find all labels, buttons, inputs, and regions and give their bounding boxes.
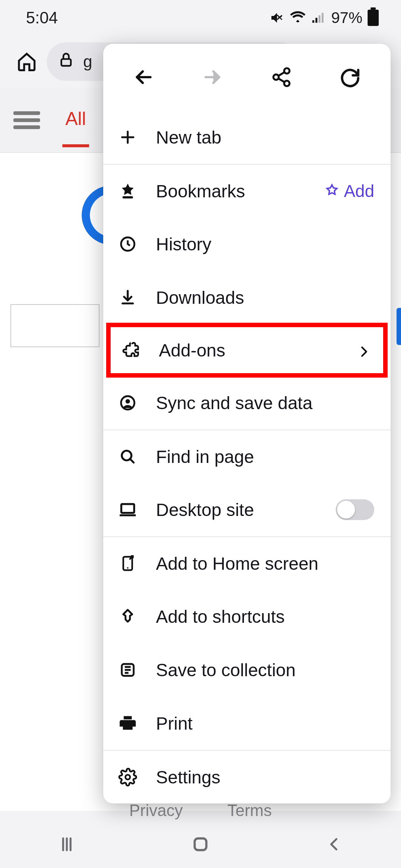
- desktop-site-toggle[interactable]: [336, 499, 374, 520]
- home-button[interactable]: [15, 50, 39, 73]
- footer-links: Privacy Terms: [0, 801, 401, 820]
- svg-rect-9: [121, 504, 134, 513]
- menu-downloads[interactable]: Downloads: [103, 271, 391, 324]
- signal-icon: [311, 10, 326, 25]
- bookmarks-add-button[interactable]: Add: [325, 181, 374, 201]
- menu-item-label: Desktop site: [156, 500, 318, 520]
- status-time: 5:04: [26, 9, 58, 27]
- menu-item-label: Bookmarks: [156, 181, 307, 201]
- menu-settings[interactable]: Settings: [103, 750, 391, 803]
- battery-icon: [368, 10, 379, 26]
- bookmark-star-icon: [117, 181, 138, 201]
- back-button[interactable]: [121, 55, 166, 99]
- menu-item-label: Save to collection: [156, 660, 374, 680]
- search-icon: [117, 446, 138, 467]
- svg-rect-0: [61, 59, 71, 66]
- menu-desktop-site[interactable]: Desktop site: [103, 483, 391, 536]
- footer-terms[interactable]: Terms: [227, 801, 272, 820]
- gear-icon: [117, 767, 138, 788]
- status-right: 97%: [270, 9, 379, 27]
- bookmarks-add-label: Add: [344, 181, 374, 201]
- menu-history[interactable]: History: [103, 217, 391, 271]
- menu-item-label: Add to shortcuts: [156, 606, 374, 627]
- menu-print[interactable]: Print: [103, 697, 391, 750]
- menu-item-label: Sync and save data: [156, 393, 374, 413]
- clock-icon: [117, 234, 138, 254]
- puzzle-icon: [120, 340, 141, 361]
- menu-addons[interactable]: Add-ons: [106, 323, 388, 378]
- collection-icon: [117, 660, 138, 680]
- download-icon: [117, 287, 138, 308]
- search-box-fragment: [10, 304, 100, 347]
- menu-item-label: New tab: [156, 127, 374, 148]
- print-icon: [117, 713, 138, 734]
- hamburger-icon[interactable]: [13, 111, 40, 129]
- share-button[interactable]: [259, 55, 304, 99]
- svg-point-2: [273, 75, 279, 80]
- menu-item-label: Find in page: [156, 447, 374, 467]
- svg-rect-4: [123, 196, 133, 198]
- forward-button: [190, 55, 235, 99]
- menu-add-shortcuts[interactable]: Add to shortcuts: [103, 590, 391, 643]
- battery-percent: 97%: [331, 9, 362, 27]
- tab-all[interactable]: All: [62, 108, 89, 147]
- laptop-icon: [117, 499, 138, 520]
- blue-edge: [397, 308, 401, 345]
- wifi-icon: [290, 10, 306, 26]
- account-icon: [117, 392, 138, 413]
- svg-point-3: [284, 81, 290, 86]
- plus-icon: [117, 127, 138, 148]
- url-text: g: [83, 52, 92, 71]
- back-nav-button[interactable]: [321, 831, 348, 858]
- menu-sync[interactable]: Sync and save data: [103, 376, 391, 430]
- footer-privacy[interactable]: Privacy: [129, 801, 183, 820]
- menu-item-label: Add to Home screen: [156, 553, 374, 574]
- menu-item-label: History: [156, 234, 374, 254]
- pin-icon: [117, 606, 138, 627]
- svg-point-11: [127, 567, 128, 569]
- menu-item-label: Downloads: [156, 287, 374, 308]
- menu-add-home-screen[interactable]: Add to Home screen: [103, 536, 391, 590]
- home-nav-button[interactable]: [187, 831, 214, 858]
- chevron-right-icon: [356, 343, 371, 358]
- reload-button[interactable]: [328, 55, 372, 99]
- svg-point-1: [284, 68, 290, 74]
- menu-item-label: Settings: [156, 767, 374, 788]
- menu-find[interactable]: Find in page: [103, 430, 391, 483]
- menu-bookmarks[interactable]: Bookmarks Add: [103, 164, 391, 217]
- recents-button[interactable]: [53, 831, 80, 858]
- svg-point-13: [125, 775, 130, 780]
- mute-icon: [270, 10, 284, 25]
- status-bar: 5:04 97%: [0, 0, 401, 36]
- menu-nav-row: [103, 44, 391, 111]
- android-nav-bar: [0, 821, 401, 868]
- menu-item-label: Add-ons: [159, 340, 339, 361]
- menu-item-label: Print: [156, 713, 374, 734]
- svg-rect-14: [195, 838, 206, 850]
- menu-new-tab[interactable]: New tab: [103, 111, 391, 164]
- lock-icon: [58, 52, 74, 72]
- menu-save-collection[interactable]: Save to collection: [103, 643, 391, 697]
- browser-menu: New tab Bookmarks Add History Downloads …: [103, 44, 391, 803]
- phone-plus-icon: [117, 553, 138, 574]
- svg-point-7: [125, 399, 130, 404]
